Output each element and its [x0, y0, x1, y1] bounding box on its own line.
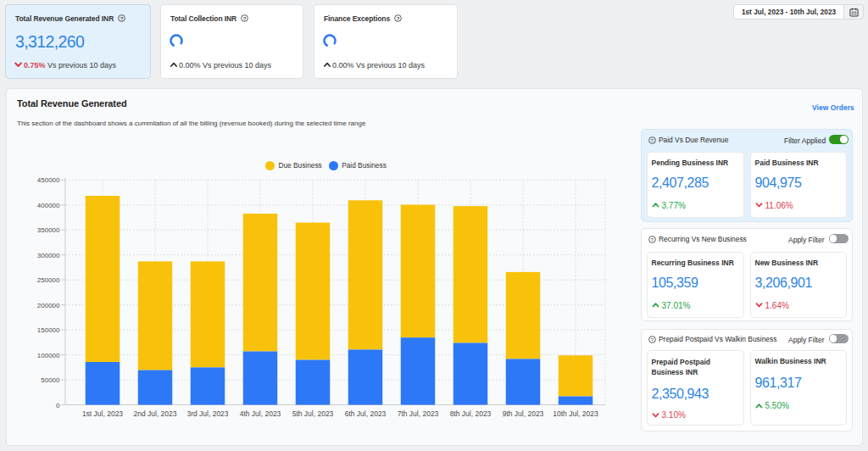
svg-text:7th Jul, 2023: 7th Jul, 2023	[398, 409, 439, 418]
svg-text:0: 0	[56, 402, 60, 409]
svg-text:450000: 450000	[37, 176, 60, 184]
svg-text:2nd Jul, 2023: 2nd Jul, 2023	[133, 409, 176, 418]
svg-text:100000: 100000	[37, 352, 60, 359]
svg-text:8th Jul, 2023: 8th Jul, 2023	[450, 409, 492, 418]
svg-text:4th Jul, 2023: 4th Jul, 2023	[240, 409, 281, 418]
svg-text:3rd Jul, 2023: 3rd Jul, 2023	[186, 409, 228, 418]
svg-text:200000: 200000	[37, 302, 60, 309]
svg-text:50000: 50000	[41, 376, 60, 384]
svg-text:?: ?	[651, 137, 654, 142]
svg-text:400000: 400000	[37, 202, 60, 209]
svg-text:350000: 350000	[37, 226, 60, 234]
svg-text:?: ?	[651, 337, 654, 342]
svg-text:250000: 250000	[37, 276, 60, 284]
svg-text:5th Jul, 2023: 5th Jul, 2023	[292, 409, 334, 418]
svg-text:300000: 300000	[37, 252, 60, 259]
svg-text:9th Jul, 2023: 9th Jul, 2023	[503, 409, 544, 418]
svg-text:?: ?	[651, 237, 654, 242]
svg-text:10th Jul, 2023: 10th Jul, 2023	[553, 409, 598, 418]
svg-text:6th Jul, 2023: 6th Jul, 2023	[345, 409, 387, 418]
svg-text:1st Jul, 2023: 1st Jul, 2023	[82, 409, 123, 418]
svg-text:150000: 150000	[37, 326, 60, 334]
